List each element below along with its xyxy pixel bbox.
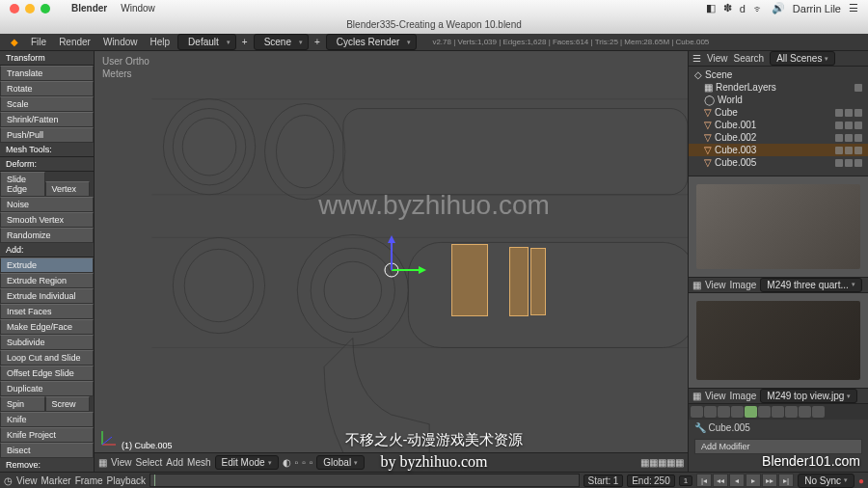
eye-icon[interactable]: [835, 109, 843, 117]
img-image-menu[interactable]: Image: [730, 391, 757, 401]
close-icon[interactable]: [10, 4, 19, 14]
screw-button[interactable]: Screw: [45, 396, 91, 412]
outliner-view-menu[interactable]: View: [707, 53, 728, 64]
translate-button[interactable]: Translate: [0, 66, 94, 81]
start-frame-field[interactable]: Start: 1: [583, 474, 624, 487]
knife-project-button[interactable]: Knife Project: [0, 427, 94, 443]
extrude-region-button[interactable]: Extrude Region: [0, 273, 94, 288]
editor-type-icon[interactable]: ◷: [4, 475, 13, 486]
render-tab-icon[interactable]: [691, 406, 703, 418]
sync-dropdown[interactable]: No Sync: [798, 474, 854, 488]
world-tab-icon[interactable]: [718, 406, 730, 418]
orientation-dropdown[interactable]: Global: [316, 455, 365, 470]
timeline-playback-menu[interactable]: Playback: [107, 475, 147, 486]
offset-edge-button[interactable]: Offset Edge Slide: [0, 366, 94, 381]
editor-type-icon[interactable]: ▦: [692, 391, 701, 401]
panel-add[interactable]: Add:: [0, 243, 94, 258]
keyframe-next-icon[interactable]: ▸▸: [762, 474, 777, 487]
shading-icon[interactable]: ◐: [283, 457, 291, 468]
select-mode-edge-icon[interactable]: ▫: [302, 457, 306, 468]
camera-icon[interactable]: [854, 109, 862, 117]
data-tab-icon[interactable]: [758, 406, 771, 418]
subdivide-button[interactable]: Subdivide: [0, 335, 94, 350]
noise-button[interactable]: Noise: [0, 197, 94, 212]
make-edge-face-button[interactable]: Make Edge/Face: [0, 319, 94, 335]
add-menu[interactable]: Add: [166, 457, 183, 468]
panel-deform[interactable]: Deform:: [0, 157, 94, 172]
timeline-marker-menu[interactable]: Marker: [41, 475, 71, 486]
rotate-button[interactable]: Rotate: [0, 81, 94, 96]
img-image-menu[interactable]: Image: [730, 280, 757, 290]
material-tab-icon[interactable]: [772, 406, 784, 418]
cursor-icon[interactable]: [845, 109, 853, 117]
extrude-button[interactable]: Extrude: [0, 258, 94, 273]
extrude-individual-button[interactable]: Extrude Individual: [0, 288, 94, 304]
add-modifier-button[interactable]: Add Modifier: [694, 439, 862, 454]
select-mode-vertex-icon[interactable]: ▫: [295, 457, 299, 468]
transform-manipulator[interactable]: [353, 231, 430, 309]
img-view-menu[interactable]: View: [705, 280, 726, 290]
particles-tab-icon[interactable]: [799, 406, 811, 418]
timeline-frame-menu[interactable]: Frame: [75, 475, 103, 486]
bisect-button[interactable]: Bisect: [0, 443, 94, 458]
3d-viewport[interactable]: User Ortho Meters: [95, 51, 689, 472]
panel-meshtools[interactable]: Mesh Tools:: [0, 143, 94, 157]
fullscreen-icon[interactable]: [41, 4, 50, 14]
object-tab-icon[interactable]: [731, 406, 744, 418]
play-icon[interactable]: ▸: [746, 474, 761, 487]
menu-help[interactable]: Help: [146, 36, 176, 48]
physics-tab-icon[interactable]: [812, 406, 825, 418]
outliner-filter[interactable]: All Scenes: [770, 51, 835, 66]
scene-tab-icon[interactable]: [704, 406, 717, 418]
view-menu[interactable]: View: [111, 457, 132, 468]
jump-end-icon[interactable]: ▸|: [778, 474, 794, 487]
scale-button[interactable]: Scale: [0, 96, 94, 112]
panel-remove[interactable]: Remove:: [0, 458, 94, 472]
editor-type-icon[interactable]: ▦: [692, 280, 701, 290]
menu-file[interactable]: File: [26, 36, 51, 48]
select-menu[interactable]: Select: [136, 457, 163, 468]
spin-button[interactable]: Spin: [0, 396, 45, 412]
play-reverse-icon[interactable]: ◂: [729, 474, 745, 487]
editor-type-icon[interactable]: ☰: [692, 53, 701, 64]
volume-icon[interactable]: 🔊: [772, 2, 785, 14]
scene-dropdown[interactable]: Scene: [254, 34, 309, 50]
add-scene-button[interactable]: +: [312, 37, 323, 47]
editor-type-icon[interactable]: ▦: [98, 457, 107, 468]
minimize-icon[interactable]: [25, 4, 35, 14]
panel-transform[interactable]: Transform: [0, 51, 94, 66]
current-frame-field[interactable]: 1: [679, 475, 692, 486]
end-frame-field[interactable]: End: 250: [627, 474, 675, 487]
layout-dropdown[interactable]: Default: [177, 34, 236, 50]
engine-dropdown[interactable]: Cycles Render: [326, 34, 418, 50]
duplicate-button[interactable]: Duplicate: [0, 381, 94, 396]
image-name-dropdown[interactable]: M249 top view.jpg: [760, 389, 857, 403]
loop-cut-button[interactable]: Loop Cut and Slide: [0, 350, 94, 366]
menu-window[interactable]: Window: [98, 36, 143, 48]
image-name-dropdown[interactable]: M249 three quart...: [760, 278, 862, 292]
smooth-vertex-button[interactable]: Smooth Vertex: [0, 212, 94, 228]
select-mode-face-icon[interactable]: ▫: [310, 457, 313, 468]
knife-button[interactable]: Knife: [0, 412, 94, 427]
inset-faces-button[interactable]: Inset Faces: [0, 304, 94, 319]
restrict-icon[interactable]: [854, 84, 862, 92]
menu-render[interactable]: Render: [54, 36, 95, 48]
layers-widget[interactable]: ▦▦▦▦▦: [640, 457, 684, 468]
img-view-menu[interactable]: View: [705, 391, 726, 401]
texture-tab-icon[interactable]: [785, 406, 798, 418]
image-view[interactable]: [689, 176, 868, 277]
randomize-button[interactable]: Randomize: [0, 228, 94, 243]
user-name[interactable]: Darrin Lile: [793, 3, 841, 14]
timeline-track[interactable]: [149, 474, 579, 487]
wifi-icon[interactable]: ᯤ: [753, 3, 764, 14]
timeline-view-menu[interactable]: View: [16, 475, 38, 486]
outliner-tree[interactable]: ◇Scene ▦RenderLayers ◯World ▽Cube ▽Cube.…: [689, 67, 868, 176]
mesh-menu[interactable]: Mesh: [187, 457, 210, 468]
spotlight-icon[interactable]: ☰: [849, 2, 858, 14]
outliner-search-menu[interactable]: Search: [734, 53, 765, 64]
add-layout-button[interactable]: +: [239, 37, 251, 47]
modifier-tab-icon[interactable]: [745, 406, 757, 418]
vertex-button[interactable]: Vertex: [45, 181, 91, 197]
jump-start-icon[interactable]: |◂: [696, 474, 712, 487]
autokey-icon[interactable]: ●: [858, 475, 864, 486]
